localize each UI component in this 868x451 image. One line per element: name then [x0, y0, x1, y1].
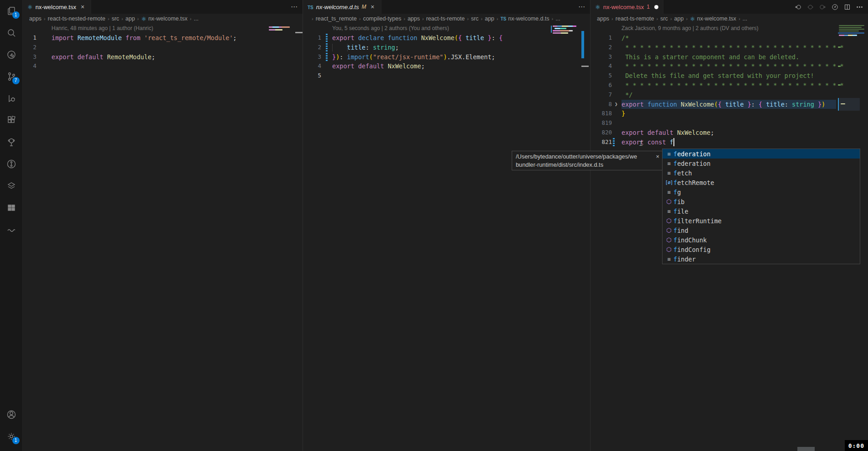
suggestion-item[interactable]: ≡fg: [663, 187, 860, 197]
line-number: 1: [303, 33, 321, 43]
breadcrumb-item[interactable]: apps: [407, 15, 420, 22]
gitlens-file-history-icon[interactable]: [831, 3, 839, 11]
breadcrumb-item[interactable]: app: [674, 15, 684, 22]
tab-nx-welcome-dts[interactable]: TS nx-welcome.d.ts M ×: [303, 0, 381, 14]
git-modified-gutter-mark: [613, 138, 615, 147]
line-number: 3: [23, 52, 36, 62]
code-editor[interactable]: Zack Jackson, 9 months ago | 2 authors (…: [591, 24, 868, 147]
suggestion-item[interactable]: ≡file: [663, 206, 860, 216]
breadcrumb-separator: ›: [312, 16, 313, 21]
suggestion-item[interactable]: ≡finder: [663, 254, 860, 264]
horizontal-scrollbar-thumb[interactable]: [797, 447, 815, 451]
search-icon[interactable]: [0, 22, 23, 44]
more-actions-icon[interactable]: ⋯: [291, 3, 298, 11]
breadcrumb-item[interactable]: ...: [194, 15, 198, 22]
accounts-icon[interactable]: [0, 404, 23, 425]
tab-nx-welcome-tsx-left[interactable]: ⚛ nx-welcome.tsx ×: [23, 0, 91, 14]
suggestion-item[interactable]: ≡fetch: [663, 168, 860, 178]
breadcrumb-separator: ›: [670, 16, 672, 21]
code-text: export const f: [621, 138, 673, 147]
code-text: export function NxWelcome({ title }: { t…: [621, 100, 825, 109]
breadcrumb-item[interactable]: react-ts-nested-remote: [48, 15, 105, 22]
breadcrumb-item[interactable]: apps: [597, 15, 609, 22]
code-line: 6 * * * * * * * * * * * * * * * * * * * …: [591, 81, 868, 90]
tab-nx-welcome-tsx-right[interactable]: ⚛ nx-welcome.tsx 1: [591, 0, 663, 14]
line-number: 3: [591, 52, 612, 62]
suggestion-item[interactable]: ⬡findChunk: [663, 235, 860, 245]
code-line: 3 This is a starter component and can be…: [591, 52, 868, 62]
breadcrumb-item[interactable]: compiled-types: [363, 15, 401, 22]
suggestion-item[interactable]: ⬡fib: [663, 197, 860, 206]
extensions-icon[interactable]: [0, 109, 23, 131]
suggestion-label: file: [673, 208, 688, 215]
breadcrumb-item[interactable]: ⚛nx-welcome.tsx: [690, 15, 736, 22]
fold-chevron-icon[interactable]: ❯: [615, 100, 618, 109]
breadcrumb-separator: ›: [404, 16, 406, 21]
run-debug-icon[interactable]: [0, 87, 23, 109]
close-tab-icon[interactable]: ×: [79, 3, 86, 10]
suggestion-item[interactable]: [ø]fetchRemote: [663, 178, 860, 187]
suggestion-item[interactable]: ≡federation: [663, 159, 860, 168]
breadcrumb-separator: ›: [739, 16, 740, 21]
more-actions-icon[interactable]: [856, 3, 863, 11]
ts-icon: TS: [501, 16, 507, 21]
breadcrumb-item[interactable]: react-ts-remote: [616, 15, 654, 22]
breadcrumb-item[interactable]: src: [112, 15, 119, 22]
containers-icon[interactable]: [0, 175, 23, 197]
breadcrumb-separator: ›: [422, 16, 424, 21]
code-line: 1/*: [591, 33, 868, 43]
breadcrumb-item[interactable]: src: [471, 15, 479, 22]
gitlens-icon[interactable]: [0, 153, 23, 175]
code-editor[interactable]: You, 5 seconds ago | 2 authors (You and …: [303, 24, 590, 81]
suggestion-item[interactable]: ⬡find: [663, 226, 860, 235]
react-icon: ⚛: [141, 15, 147, 22]
code-text: }: [621, 109, 625, 118]
code-text: export default RemoteModule;: [51, 52, 155, 62]
code-line: 7 */: [591, 90, 868, 100]
tab-label: nx-welcome.tsx: [603, 4, 644, 10]
breadcrumb-item[interactable]: TSnx-welcome.d.ts: [501, 15, 550, 22]
unsaved-dot-icon[interactable]: [654, 5, 658, 9]
minimap[interactable]: [269, 24, 303, 78]
line-number: 4: [591, 62, 612, 71]
breadcrumb-item[interactable]: react-ts-remote: [426, 15, 465, 22]
breadcrumb-separator: ›: [122, 16, 123, 21]
code-editor[interactable]: Hanric, 48 minutes ago | 1 author (Hanri…: [23, 24, 303, 71]
more-actions-icon[interactable]: ⋯: [578, 3, 586, 11]
code-text: Delete this file and get started with yo…: [621, 71, 814, 81]
suggestion-label: federation: [673, 150, 710, 158]
code-line: 1import RemoteModule from 'react_ts_remo…: [23, 33, 303, 43]
suggestion-item[interactable]: ⬡findConfig: [663, 245, 860, 254]
tab-bar: ⚛ nx-welcome.tsx 1: [591, 0, 868, 14]
split-editor-icon[interactable]: [843, 3, 851, 11]
breadcrumb-item[interactable]: app: [485, 15, 494, 22]
breadcrumb-item[interactable]: ...: [555, 15, 560, 22]
settings-icon[interactable]: 1: [0, 425, 23, 447]
code-line: 821export const f: [591, 138, 868, 147]
breadcrumb-item[interactable]: ⚛nx-welcome.tsx: [141, 15, 188, 22]
breadcrumb-item[interactable]: apps: [29, 15, 41, 22]
minimap[interactable]: [551, 24, 590, 115]
navigate-back-icon[interactable]: [794, 3, 802, 11]
nx-console-icon[interactable]: [0, 131, 23, 153]
suggestion-item[interactable]: ≡federation: [663, 149, 860, 159]
line-number: 1: [591, 33, 612, 43]
breadcrumb-separator: ›: [44, 16, 46, 21]
compare-previous-icon[interactable]: [806, 3, 814, 11]
breadcrumb-item[interactable]: ...: [743, 15, 747, 22]
source-control-icon[interactable]: 7: [0, 66, 23, 87]
code-text: import RemoteModule from 'react_ts_remot…: [51, 33, 236, 43]
suggestion-item[interactable]: ⬡filterRuntime: [663, 216, 860, 226]
close-tab-icon[interactable]: ×: [369, 3, 376, 10]
project-manager-icon[interactable]: [0, 197, 23, 219]
gitlens-inspect-icon[interactable]: [0, 44, 23, 66]
breadcrumb-item[interactable]: react_ts_remote: [316, 15, 357, 22]
react-file-icon: ⚛: [595, 4, 601, 10]
breadcrumb-item[interactable]: app: [125, 15, 135, 22]
snippets-icon[interactable]: [0, 219, 23, 241]
explorer-icon[interactable]: 1: [0, 0, 23, 22]
close-tooltip-icon[interactable]: ×: [656, 153, 659, 161]
breadcrumb-item[interactable]: src: [660, 15, 668, 22]
navigate-forward-icon[interactable]: [819, 3, 827, 11]
recording-timer: 0:00: [845, 440, 868, 451]
